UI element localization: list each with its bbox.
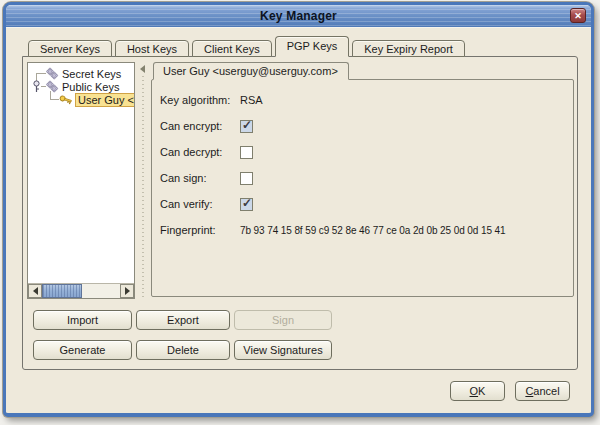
key-detail-panel: Key algorithm: RSA Can encrypt: Can decr… xyxy=(151,79,574,297)
close-icon: ✕ xyxy=(574,11,582,21)
generate-button[interactable]: Generate xyxy=(33,340,132,360)
tree-item-user-guy[interactable]: User Guy < xyxy=(59,93,134,106)
footer: OK Cancel xyxy=(22,381,578,401)
scrollbar-track[interactable] xyxy=(42,284,120,298)
tab-host-keys[interactable]: Host Keys xyxy=(115,40,189,57)
view-signatures-button[interactable]: View Signatures xyxy=(234,340,332,360)
import-button[interactable]: Import xyxy=(33,310,132,330)
export-button[interactable]: Export xyxy=(136,310,230,330)
dialog-body: Server Keys Host Keys Client Keys PGP Ke… xyxy=(6,27,591,413)
can-decrypt-checkbox[interactable] xyxy=(240,146,253,159)
can-encrypt-label: Can encrypt: xyxy=(160,120,240,132)
tree-item-label: User Guy < xyxy=(75,93,134,107)
keypair-icon xyxy=(45,67,59,80)
tree-connector xyxy=(50,99,59,100)
sign-button[interactable]: Sign xyxy=(234,310,332,330)
arrow-right-icon xyxy=(125,287,130,295)
cancel-button-label: Cancel xyxy=(525,385,559,397)
key-tree: Secret Keys Public Keys User Guy < xyxy=(27,62,135,299)
scrollbar-thumb[interactable] xyxy=(42,284,82,298)
tree-canvas: Secret Keys Public Keys User Guy < xyxy=(28,63,134,283)
can-decrypt-row: Can decrypt: xyxy=(160,144,563,160)
key-detail-pane: User Guy <userguy@userguy.com> Key algor… xyxy=(151,62,574,297)
can-verify-checkbox[interactable] xyxy=(240,198,253,211)
tab-bar: Server Keys Host Keys Client Keys PGP Ke… xyxy=(28,35,578,56)
can-sign-row: Can sign: xyxy=(160,170,563,186)
tree-item-label: Public Keys xyxy=(62,81,119,93)
tree-hscrollbar xyxy=(28,283,134,298)
key-detail-tab[interactable]: User Guy <userguy@userguy.com> xyxy=(153,62,349,80)
titlebar[interactable]: Key Manager ✕ xyxy=(6,5,591,27)
can-encrypt-row: Can encrypt: xyxy=(160,118,563,134)
fingerprint-value: 7b 93 74 15 8f 59 c9 52 8e 46 77 ce 0a 2… xyxy=(240,225,505,236)
collapse-arrow-icon xyxy=(140,65,145,73)
can-verify-row: Can verify: xyxy=(160,196,563,212)
cancel-button[interactable]: Cancel xyxy=(515,381,570,401)
fingerprint-label: Fingerprint: xyxy=(160,224,240,236)
arrow-left-icon xyxy=(33,287,38,295)
window-title: Key Manager xyxy=(260,9,337,23)
tree-expander-icon[interactable] xyxy=(32,80,41,93)
fingerprint-row: Fingerprint: 7b 93 74 15 8f 59 c9 52 8e … xyxy=(160,222,563,238)
ok-button-label: OK xyxy=(470,385,486,397)
can-encrypt-checkbox[interactable] xyxy=(240,120,253,133)
key-algorithm-value: RSA xyxy=(240,94,263,106)
gold-key-icon xyxy=(59,93,73,106)
delete-button[interactable]: Delete xyxy=(136,340,230,360)
pgp-keys-panel: Secret Keys Public Keys User Guy < xyxy=(22,56,578,370)
key-manager-window: Key Manager ✕ Server Keys Host Keys Clie… xyxy=(3,2,594,417)
tree-item-label: Secret Keys xyxy=(62,68,121,80)
scroll-left-button[interactable] xyxy=(28,284,42,298)
tab-key-expiry-report[interactable]: Key Expiry Report xyxy=(352,40,465,57)
close-button[interactable]: ✕ xyxy=(570,8,586,23)
tree-item-public-keys[interactable]: Public Keys xyxy=(45,80,119,93)
can-sign-label: Can sign: xyxy=(160,172,240,184)
can-decrypt-label: Can decrypt: xyxy=(160,146,240,158)
ok-button[interactable]: OK xyxy=(450,381,505,401)
tab-client-keys[interactable]: Client Keys xyxy=(192,40,272,57)
can-sign-checkbox[interactable] xyxy=(240,172,253,185)
keypair-icon xyxy=(45,80,59,93)
scroll-right-button[interactable] xyxy=(120,284,134,298)
tab-pgp-keys[interactable]: PGP Keys xyxy=(275,36,350,57)
tab-server-keys[interactable]: Server Keys xyxy=(28,40,112,57)
can-verify-label: Can verify: xyxy=(160,198,240,210)
key-algorithm-label: Key algorithm: xyxy=(160,94,240,106)
key-algorithm-row: Key algorithm: RSA xyxy=(160,92,563,108)
tree-item-secret-keys[interactable]: Secret Keys xyxy=(45,67,121,80)
split-divider[interactable] xyxy=(137,62,149,299)
